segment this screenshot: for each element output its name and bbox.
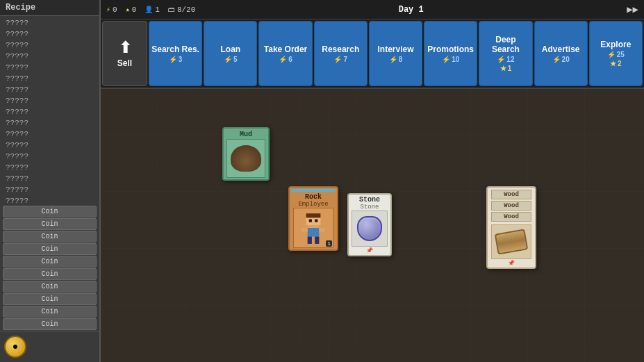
deep-search-star-cost: ★1 <box>500 65 512 72</box>
sidebar-recipe-item: ????? <box>0 129 99 140</box>
lightning-icon-p: ⚡ <box>442 56 450 63</box>
interview-label: Interview <box>377 44 413 54</box>
lightning-icon-ds: ⚡ <box>497 56 505 63</box>
coin-item[interactable]: Coin <box>3 268 97 280</box>
take-order-cost: ⚡ 6 <box>279 56 292 63</box>
explore-label: Explore <box>600 40 631 49</box>
employee-card-subtitle: Employee <box>298 201 328 208</box>
lightning-icon-to: ⚡ <box>279 56 287 63</box>
stone-card-art <box>352 211 388 247</box>
mud-card[interactable]: Mud <box>222 127 270 181</box>
topbar: ⚡ 0 ★ 0 👤 1 🗃 8/20 Day 1 ▶▶ <box>101 0 644 19</box>
lightning-icon-r: ⚡ <box>333 56 342 63</box>
sidebar-recipe-item: ????? <box>0 106 99 117</box>
take-order-label: Take Order <box>264 44 307 54</box>
deep-search-cost: ⚡12 <box>497 56 514 63</box>
star-value: 0 <box>132 6 137 14</box>
sidebar-recipe-item: ????? <box>0 84 99 95</box>
explore-star-cost: ★2 <box>610 60 622 67</box>
employee-card[interactable]: Rock Employee <box>288 186 338 251</box>
search-res-cost: ⚡ 3 <box>169 56 183 63</box>
coin-item[interactable]: Coin <box>3 281 97 293</box>
svg-rect-3 <box>309 220 312 222</box>
advertise-button[interactable]: Advertise ⚡ 20 <box>534 21 588 86</box>
promotions-button[interactable]: Promotions ⚡ 10 <box>424 21 477 86</box>
svg-rect-4 <box>315 220 317 222</box>
sidebar-footer: ● <box>0 331 99 362</box>
deep-search-button[interactable]: Deep Search ⚡12 ★1 <box>479 21 532 86</box>
loan-label: Loan <box>220 44 240 54</box>
research-button[interactable]: Research ⚡ 7 <box>314 21 368 86</box>
svg-rect-5 <box>308 228 320 237</box>
sidebar-recipe-item: ????? <box>0 95 99 106</box>
svg-rect-6 <box>308 237 312 244</box>
coin-item[interactable]: Coin <box>3 218 97 230</box>
storage-icon: 🗃 <box>168 6 175 14</box>
advertise-cost: ⚡ 20 <box>552 56 570 63</box>
coin-item[interactable]: Coin <box>3 293 97 305</box>
topbar-stats: ⚡ 0 ★ 0 👤 1 🗃 8/20 <box>106 6 195 14</box>
lightning-stat: ⚡ 0 <box>106 6 117 14</box>
explore-button[interactable]: Explore ⚡25 ★2 <box>589 21 643 86</box>
storage-value: 8/20 <box>177 6 195 14</box>
search-res-label: Search Res. <box>151 44 199 54</box>
sidebar-recipe-item: ????? <box>0 51 99 62</box>
coin-item[interactable]: Coin <box>3 206 97 217</box>
people-value: 1 <box>155 6 160 14</box>
main-area: ⚡ 0 ★ 0 👤 1 🗃 8/20 Day 1 ▶▶ ⬆ Sell <box>101 0 644 362</box>
wood-card[interactable]: Wood Wood Wood 📌 <box>486 186 536 269</box>
coin-item[interactable]: Coin <box>3 256 97 268</box>
wood-label-3: Wood <box>491 212 531 222</box>
sidebar: Recipe ?????????????????????????????????… <box>0 0 101 362</box>
mud-card-title: Mud <box>240 130 252 139</box>
explore-cost: ⚡25 <box>607 51 625 58</box>
coin-item[interactable]: Coin <box>3 243 97 255</box>
coin-item[interactable]: Coin <box>3 231 97 242</box>
sidebar-recipe-item: ????? <box>0 184 99 195</box>
wood-card-labels: Wood Wood Wood <box>489 189 534 222</box>
star-icon-ds: ★ <box>500 65 506 72</box>
take-order-button[interactable]: Take Order ⚡ 6 <box>258 21 312 86</box>
lightning-icon-adv: ⚡ <box>552 56 561 63</box>
employee-card-art: 1 <box>293 208 333 248</box>
stone-card-subtitle: Stone <box>360 204 379 211</box>
wood-card-pin: 📌 <box>508 260 515 266</box>
star-icon: ★ <box>126 6 130 14</box>
lightning-icon: ⚡ <box>106 6 110 14</box>
loan-cost: ⚡ 5 <box>224 56 238 63</box>
sell-button[interactable]: ⬆ Sell <box>102 21 147 86</box>
stone-gem-icon <box>357 216 382 241</box>
deep-search-label: Deep Search <box>481 35 530 54</box>
wood-card-art <box>491 224 531 259</box>
sidebar-recipe-item: ????? <box>0 73 99 84</box>
interview-cost: ⚡ 8 <box>389 56 403 63</box>
sidebar-list[interactable]: ????????????????????????????????????????… <box>0 16 99 205</box>
lightning-icon-ex: ⚡ <box>607 51 616 58</box>
research-cost: ⚡ 7 <box>333 56 347 63</box>
wood-label-1: Wood <box>491 190 531 199</box>
search-res-button[interactable]: Search Res. ⚡ 3 <box>149 21 202 86</box>
svg-rect-8 <box>302 228 307 232</box>
mud-pile-icon <box>231 145 261 172</box>
loan-button[interactable]: Loan ⚡ 5 <box>204 21 257 86</box>
mud-card-art <box>226 139 265 178</box>
lightning-icon-sr: ⚡ <box>169 56 177 63</box>
employee-sprite <box>299 211 328 245</box>
gameboard: Mud Rock Employee <box>101 89 644 362</box>
wood-plank-icon <box>495 229 529 254</box>
stone-card-pin: 📌 <box>366 247 373 254</box>
sidebar-recipe-item: ????? <box>0 140 99 151</box>
forward-button[interactable]: ▶▶ <box>627 3 638 15</box>
sidebar-coins: CoinCoinCoinCoinCoinCoinCoinCoinCoinCoin <box>0 205 99 331</box>
people-stat: 👤 1 <box>145 6 160 14</box>
coin-item[interactable]: Coin <box>3 318 97 330</box>
lightning-icon-i: ⚡ <box>389 56 397 63</box>
actionbar: ⬆ Sell Search Res. ⚡ 3 Loan ⚡ 5 Take Ord… <box>101 19 644 89</box>
stone-card[interactable]: Stone Stone 📌 <box>347 193 392 256</box>
sidebar-recipe-item: ????? <box>0 28 99 40</box>
interview-button[interactable]: Interview ⚡ 8 <box>369 21 422 86</box>
coin-item[interactable]: Coin <box>3 306 97 318</box>
svg-rect-2 <box>306 213 321 217</box>
sidebar-recipe-item: ????? <box>0 162 99 173</box>
employee-badge: 1 <box>326 240 332 247</box>
